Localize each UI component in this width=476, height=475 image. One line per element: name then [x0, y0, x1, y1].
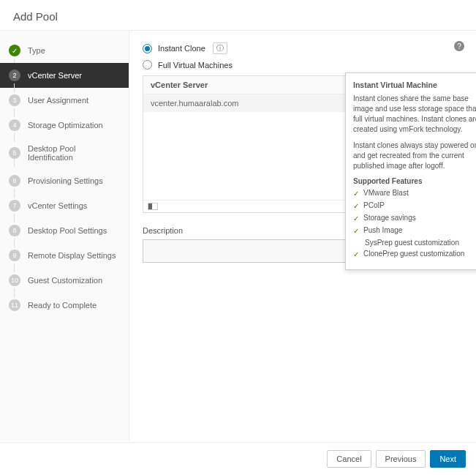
step-desktop-pool-settings[interactable]: 8 Desktop Pool Settings: [0, 218, 129, 243]
next-button[interactable]: Next: [430, 450, 466, 468]
step-user-assignment[interactable]: 3 User Assignment: [0, 88, 129, 113]
info-tooltip: × Instant Virtual Machine Instant clones…: [345, 72, 476, 270]
step-num-icon: 9: [9, 250, 20, 261]
step-label: Desktop Pool Settings: [28, 226, 107, 235]
step-type[interactable]: ✓ Type: [0, 38, 129, 63]
check-icon: ✓: [353, 214, 359, 223]
step-label: vCenter Server: [28, 71, 82, 80]
radio-icon[interactable]: [143, 44, 152, 53]
check-icon: ✓: [9, 45, 20, 56]
step-label: User Assignment: [28, 96, 88, 105]
radio-instant-clone[interactable]: Instant Clone ⓘ: [143, 42, 463, 54]
radio-full-vm[interactable]: Full Virtual Machines: [143, 60, 463, 70]
page-title: Add Pool: [0, 0, 476, 31]
check-icon: ✓: [353, 250, 359, 259]
tooltip-features-title: Supported Features: [353, 177, 476, 185]
step-num-icon: 2: [9, 70, 20, 81]
step-ready-to-complete[interactable]: 11 Ready to Complete: [0, 293, 129, 318]
step-guest-customization[interactable]: 10 Guest Customization: [0, 268, 129, 293]
step-num-icon: 10: [9, 274, 20, 286]
main-panel: ? Instant Clone ⓘ Full Virtual Machines …: [129, 31, 476, 441]
tooltip-title: Instant Virtual Machine: [353, 81, 476, 89]
step-label: Ready to Complete: [28, 301, 97, 310]
tooltip-text: Instant clones share the same base image…: [353, 94, 476, 135]
check-icon: ✓: [353, 226, 359, 236]
step-num-icon: 7: [9, 200, 20, 212]
help-icon[interactable]: ?: [454, 41, 464, 51]
step-num-icon: 11: [9, 299, 20, 311]
step-provisioning-settings[interactable]: 6 Provisioning Settings: [0, 168, 129, 193]
check-icon: ✓: [353, 189, 359, 198]
previous-button[interactable]: Previous: [376, 450, 426, 468]
step-label: Provisioning Settings: [28, 176, 103, 185]
feature-item: ✓Storage savings: [353, 214, 476, 223]
feature-item: ✓ClonePrep guest customization: [353, 250, 476, 259]
column-toggle-icon[interactable]: [148, 203, 158, 210]
step-num-icon: 6: [9, 175, 20, 187]
step-label: Type: [28, 46, 45, 55]
step-vcenter-settings[interactable]: 7 vCenter Settings: [0, 193, 129, 218]
wizard-sidebar: ✓ Type 2 vCenter Server 3 User Assignmen…: [0, 31, 129, 441]
wizard-footer: Cancel Previous Next: [0, 442, 476, 475]
tooltip-text: Instant clones always stay powered on an…: [353, 141, 476, 171]
info-icon[interactable]: ⓘ: [213, 42, 227, 54]
feature-item: ✓PCoIP: [353, 201, 476, 211]
step-remote-display-settings[interactable]: 9 Remote Display Settings: [0, 243, 129, 268]
check-icon: ✓: [353, 201, 359, 211]
radio-icon[interactable]: [143, 60, 152, 70]
step-label: Guest Customization: [28, 276, 102, 285]
feature-item: ✓VMware Blast: [353, 189, 476, 198]
radio-label: Instant Clone: [158, 44, 205, 53]
step-vcenter-server[interactable]: 2 vCenter Server: [0, 63, 129, 88]
cancel-button[interactable]: Cancel: [327, 450, 371, 468]
step-num-icon: 3: [9, 94, 20, 106]
feature-sub-item: SysPrep guest customization: [365, 239, 476, 247]
step-label: vCenter Settings: [28, 201, 87, 210]
feature-item: ✓Push Image: [353, 226, 476, 236]
step-label: Desktop Pool Identification: [28, 144, 120, 162]
radio-label: Full Virtual Machines: [158, 61, 233, 70]
step-num-icon: 5: [9, 147, 20, 159]
step-num-icon: 8: [9, 225, 20, 236]
step-label: Remote Display Settings: [28, 251, 116, 260]
step-storage-optimization[interactable]: 4 Storage Optimization: [0, 113, 129, 138]
step-label: Storage Optimization: [28, 121, 103, 130]
step-desktop-pool-identification[interactable]: 5 Desktop Pool Identification: [0, 138, 129, 168]
description-textarea[interactable]: [143, 239, 358, 263]
step-num-icon: 4: [9, 119, 20, 131]
